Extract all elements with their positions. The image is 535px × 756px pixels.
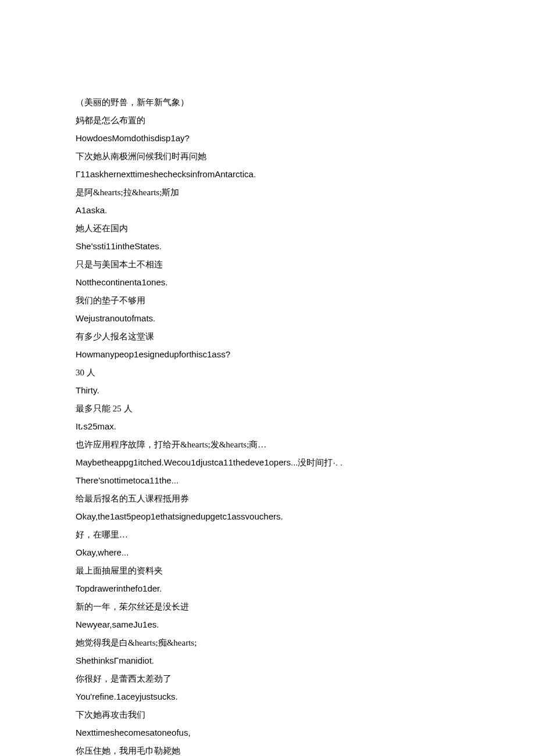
text-line: She'ssti11intheStates.: [76, 239, 459, 253]
text-line: 30 人: [76, 366, 459, 379]
text-line: 我们的垫子不够用: [76, 293, 459, 307]
text-line: 最多只能 25 人: [76, 402, 459, 415]
text-line: There'snottimetoca11the...: [76, 474, 459, 488]
text-line: 下次她从南极洲问候我们时再问她: [76, 149, 459, 163]
text-line: 你压住她，我用毛巾勒毙她: [76, 744, 459, 756]
text-line: 下次她再攻击我们: [76, 708, 459, 722]
text-line: 她人还在国内: [76, 221, 459, 235]
text-line: 你很好，是蕾西太差劲了: [76, 672, 459, 686]
text-line: 妈都是怎么布置的: [76, 113, 459, 127]
text-line: ShethinksΓmanidiot.: [76, 654, 459, 668]
text-line: Nexttimeshecomesatoneofus,: [76, 726, 459, 740]
text-line: Notthecontinenta1ones.: [76, 275, 459, 289]
text-line: Okay,where...: [76, 546, 459, 560]
text-line: 新的一年，茱尔丝还是没长进: [76, 600, 459, 614]
text-line: 好，在哪里…: [76, 528, 459, 542]
text-line: 有多少人报名这堂课: [76, 329, 459, 343]
text-line: HowdoesMomdothisdisp1ay?: [76, 131, 459, 145]
document-content: （美丽的野兽，新年新气象）妈都是怎么布置的HowdoesMomdothisdis…: [76, 95, 459, 756]
text-line: （美丽的野兽，新年新气象）: [76, 95, 459, 109]
text-line: Okay,the1ast5peop1ethatsignedupgetc1assv…: [76, 510, 459, 524]
text-line: 也许应用程序故障，打给开&hearts;发&hearts;商…: [76, 438, 459, 452]
text-line: Maybetheappg1itched.Wecou1djustca11thede…: [76, 456, 459, 470]
text-line: You'refine.1aceyjustsucks.: [76, 690, 459, 704]
text-line: Howmanypeop1esignedupforthisc1ass?: [76, 347, 459, 361]
text-line: A1aska.: [76, 203, 459, 217]
text-line: Topdrawerinthefo1der.: [76, 582, 459, 596]
text-line: Γ11askhernexttimeshechecksinfromAntarcti…: [76, 167, 459, 181]
text-line: 是阿&hearts;拉&hearts;斯加: [76, 185, 459, 199]
text-line: 给最后报名的五人课程抵用券: [76, 492, 459, 506]
text-line: Newyear,sameJu1es.: [76, 618, 459, 632]
text-line: Wejustranoutofmats.: [76, 311, 459, 325]
text-line: 只是与美国本土不相连: [76, 257, 459, 271]
text-line: 她觉得我是白&hearts;痴&hearts;: [76, 636, 459, 650]
text-line: 最上面抽屉里的资料夹: [76, 564, 459, 578]
text-line: Thirty.: [76, 384, 459, 397]
text-line: It،s25max.: [76, 420, 459, 433]
